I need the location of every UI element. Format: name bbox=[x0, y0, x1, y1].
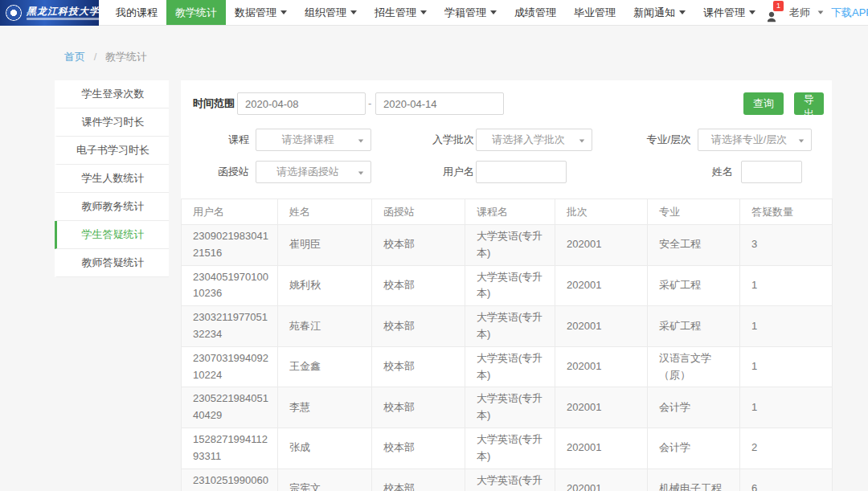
name-label: 姓名 bbox=[675, 161, 733, 183]
content-panel: 时间范围 - 查询 导出 课程 请选择课程 入学批次 请选择入学批次 专业/层次 bbox=[181, 80, 832, 491]
table-cell: 宗宪文 bbox=[278, 468, 372, 491]
nav-item-label: 组织管理 bbox=[305, 6, 346, 20]
table-cell: 1 bbox=[740, 265, 833, 306]
table-header-row: 用户名姓名函授站课程名批次专业答疑数量 bbox=[182, 199, 833, 225]
sidebar-item-ebook-study-time[interactable]: 电子书学习时长 bbox=[55, 137, 169, 165]
table-cell: 230703199409210224 bbox=[182, 346, 278, 387]
course-select[interactable]: 请选择课程 bbox=[256, 129, 371, 151]
sidebar-item-courseware-study-time[interactable]: 课件学习时长 bbox=[55, 108, 169, 137]
table-cell: 6 bbox=[740, 468, 833, 491]
table-header-cell: 函授站 bbox=[372, 199, 465, 225]
course-label: 课程 bbox=[193, 129, 249, 151]
nav-item-my-courses[interactable]: 我的课程 bbox=[107, 0, 166, 25]
chevron-down-icon bbox=[579, 140, 584, 143]
nav-item-student-status-management[interactable]: 学籍管理 bbox=[436, 0, 506, 25]
sidebar-item-student-qa-stats[interactable]: 学生答疑统计 bbox=[55, 221, 169, 249]
table-cell: 230522198405140429 bbox=[182, 387, 278, 428]
table-cell: 202001 bbox=[555, 387, 648, 428]
nav-item-graduation-management[interactable]: 毕业管理 bbox=[565, 0, 624, 25]
table-cell: 李慧 bbox=[278, 387, 372, 428]
table-cell: 152827199411293311 bbox=[182, 428, 278, 468]
download-app-link[interactable]: 下载APP bbox=[831, 6, 868, 20]
chevron-down-icon[interactable] bbox=[818, 10, 824, 14]
top-navbar: 黑龙江科技大学 我的课程教学统计数据管理组织管理招生管理学籍管理成绩管理毕业管理… bbox=[0, 0, 868, 26]
name-input[interactable] bbox=[741, 161, 802, 183]
chevron-down-icon bbox=[358, 140, 363, 143]
nav-item-label: 我的课程 bbox=[116, 6, 158, 20]
university-logo[interactable]: 黑龙江科技大学 bbox=[0, 0, 99, 26]
breadcrumb-separator: / bbox=[94, 51, 97, 63]
sidebar-item-teacher-academic-stats[interactable]: 教师教务统计 bbox=[55, 193, 169, 221]
chevron-down-icon bbox=[358, 172, 363, 175]
university-emblem-icon bbox=[6, 5, 22, 21]
table-cell: 1 bbox=[740, 387, 833, 428]
table-cell: 230902198304121516 bbox=[182, 225, 278, 266]
nav-item-org-management[interactable]: 组织管理 bbox=[296, 0, 366, 25]
table-cell: 校本部 bbox=[372, 346, 465, 387]
table-cell: 苑春江 bbox=[278, 306, 372, 347]
table-cell: 校本部 bbox=[372, 225, 465, 266]
table-cell: 大学英语(专升本) bbox=[465, 265, 555, 306]
table-cell: 202001 bbox=[555, 428, 648, 468]
table-cell: 大学英语(专升本) bbox=[465, 225, 555, 266]
nav-item-courseware-management[interactable]: 课件管理 bbox=[694, 0, 764, 25]
table-cell: 230321197705132234 bbox=[182, 306, 278, 347]
table-cell: 大学英语(专升本) bbox=[465, 428, 555, 468]
batch-select[interactable]: 请选择入学批次 bbox=[476, 129, 592, 151]
table-cell: 汉语言文学（原） bbox=[648, 346, 740, 387]
user-role-label: 老师 bbox=[789, 6, 810, 20]
station-select-value: 请选择函授站 bbox=[276, 165, 350, 179]
main-menu: 我的课程教学统计数据管理组织管理招生管理学籍管理成绩管理毕业管理新闻通知课件管理 bbox=[107, 0, 764, 25]
station-select[interactable]: 请选择函授站 bbox=[256, 161, 371, 183]
table-row: 230321197705132234苑春江校本部大学英语(专升本)202001采… bbox=[182, 306, 833, 347]
table-header-cell: 答疑数量 bbox=[740, 199, 833, 225]
sidebar-item-student-login-count[interactable]: 学生登录次数 bbox=[55, 80, 169, 108]
table-row: 230902198304121516崔明臣校本部大学英语(专升本)202001安… bbox=[182, 225, 833, 266]
table-cell: 2 bbox=[740, 428, 833, 468]
nav-item-label: 成绩管理 bbox=[514, 6, 556, 20]
nav-item-label: 学籍管理 bbox=[444, 6, 486, 20]
export-button[interactable]: 导出 bbox=[794, 92, 824, 115]
table-cell: 姚利秋 bbox=[278, 265, 372, 306]
table-cell: 安全工程 bbox=[648, 225, 740, 266]
logo-underline bbox=[27, 18, 100, 20]
nav-item-data-management[interactable]: 数据管理 bbox=[226, 0, 296, 25]
time-range-label: 时间范围 bbox=[193, 92, 235, 115]
date-from-input[interactable] bbox=[237, 92, 366, 115]
table-cell: 采矿工程 bbox=[648, 265, 740, 306]
table-cell: 1 bbox=[740, 346, 833, 387]
station-label: 函授站 bbox=[193, 161, 249, 183]
table-cell: 202001 bbox=[555, 346, 648, 387]
sidebar-item-student-count-stats[interactable]: 学生人数统计 bbox=[55, 165, 169, 193]
stats-sidebar: 学生登录次数课件学习时长电子书学习时长学生人数统计教师教务统计学生答疑统计教师答… bbox=[55, 80, 169, 277]
nav-item-admission-management[interactable]: 招生管理 bbox=[366, 0, 436, 25]
table-header-cell: 用户名 bbox=[182, 199, 278, 225]
table-header-cell: 课程名 bbox=[465, 199, 555, 225]
table-cell: 会计学 bbox=[648, 428, 740, 468]
university-name: 黑龙江科技大学 bbox=[27, 6, 100, 16]
nav-item-teaching-stats[interactable]: 教学统计 bbox=[166, 0, 226, 25]
username-input[interactable] bbox=[476, 161, 567, 183]
nav-item-label: 课件管理 bbox=[703, 6, 745, 20]
table-cell: 202001 bbox=[555, 306, 648, 347]
nav-item-news-notice[interactable]: 新闻通知 bbox=[624, 0, 694, 25]
filter-row-time: 时间范围 - 查询 导出 bbox=[193, 92, 820, 115]
nav-item-label: 毕业管理 bbox=[574, 6, 616, 20]
nav-item-grade-management[interactable]: 成绩管理 bbox=[506, 0, 565, 25]
major-label: 专业/层次 bbox=[627, 129, 691, 151]
table-cell: 校本部 bbox=[372, 306, 465, 347]
notification-badge[interactable]: 1 bbox=[773, 1, 784, 11]
breadcrumb-home-link[interactable]: 首页 bbox=[64, 51, 85, 63]
major-select[interactable]: 请选择专业/层次 bbox=[698, 129, 812, 151]
nav-item-label: 招生管理 bbox=[375, 6, 416, 20]
major-select-value: 请选择专业/层次 bbox=[711, 133, 799, 147]
nav-item-label: 数据管理 bbox=[235, 6, 276, 20]
table-row: 230522198405140429李慧校本部大学英语(专升本)202001会计… bbox=[182, 387, 833, 428]
user-icon bbox=[764, 10, 782, 24]
date-to-input[interactable] bbox=[375, 92, 504, 115]
query-button[interactable]: 查询 bbox=[743, 92, 784, 115]
sidebar-item-teacher-qa-stats[interactable]: 教师答疑统计 bbox=[55, 249, 169, 277]
user-menu[interactable]: 1 bbox=[764, 4, 782, 25]
table-cell: 230405197010010236 bbox=[182, 265, 278, 306]
table-cell: 采矿工程 bbox=[648, 306, 740, 347]
